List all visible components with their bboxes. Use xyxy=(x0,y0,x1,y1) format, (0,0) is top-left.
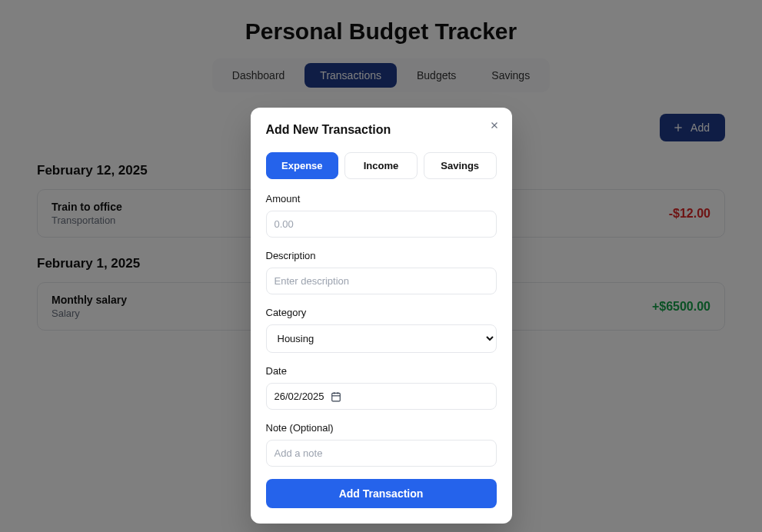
date-label: Date xyxy=(266,365,497,377)
transaction-type-group: Expense Income Savings xyxy=(266,152,497,179)
calendar-icon xyxy=(331,391,341,402)
note-input[interactable] xyxy=(266,440,497,467)
type-expense-button[interactable]: Expense xyxy=(266,152,339,179)
description-label: Description xyxy=(266,250,497,261)
date-value: 26/02/2025 xyxy=(275,391,324,402)
note-label: Note (Optional) xyxy=(266,422,497,434)
add-transaction-button[interactable]: Add Transaction xyxy=(266,479,497,508)
add-transaction-modal: Add New Transaction Expense Income Savin… xyxy=(251,108,512,524)
type-savings-button[interactable]: Savings xyxy=(424,152,497,179)
category-select[interactable]: Housing xyxy=(266,324,497,353)
category-label: Category xyxy=(266,307,497,318)
svg-rect-4 xyxy=(331,393,340,401)
close-icon xyxy=(489,120,500,131)
amount-input[interactable] xyxy=(266,211,497,238)
close-button[interactable] xyxy=(487,118,501,132)
modal-title: Add New Transaction xyxy=(266,123,497,137)
description-input[interactable] xyxy=(266,268,497,294)
modal-overlay[interactable]: Add New Transaction Expense Income Savin… xyxy=(0,0,762,532)
type-income-button[interactable]: Income xyxy=(344,152,418,179)
date-input[interactable]: 26/02/2025 xyxy=(266,383,497,410)
amount-label: Amount xyxy=(266,193,497,204)
